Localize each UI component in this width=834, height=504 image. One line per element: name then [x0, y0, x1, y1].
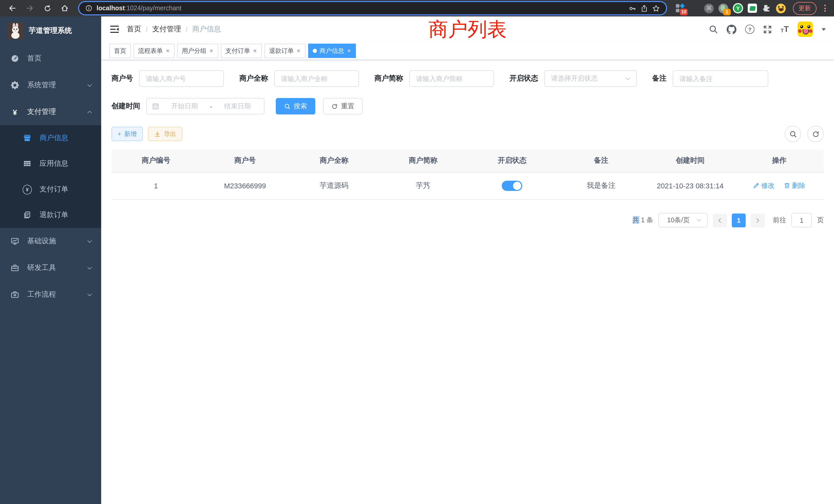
- delete-link[interactable]: 删除: [784, 181, 806, 190]
- search-icon[interactable]: [709, 25, 718, 34]
- sidebar-item-infrastructure[interactable]: 基础设施: [0, 228, 101, 255]
- field-label: 商户号: [111, 74, 133, 83]
- refresh-table-button[interactable]: [807, 126, 824, 142]
- search-button[interactable]: 搜索: [276, 98, 315, 114]
- cell-create-time: 2021-10-23 08:31:14: [646, 172, 735, 199]
- edit-link[interactable]: 修改: [753, 181, 775, 190]
- sidebar-item-home[interactable]: 首页: [0, 45, 101, 72]
- app-title: 芋道管理系统: [29, 26, 72, 36]
- address-bar[interactable]: localhost:1024/pay/merchant: [79, 2, 666, 14]
- tab-process-form[interactable]: 流程表单×: [133, 44, 175, 58]
- sidebar-item-app-info[interactable]: 应用信息: [0, 151, 101, 177]
- goto-page-input[interactable]: [791, 213, 812, 227]
- share-icon[interactable]: [640, 4, 648, 12]
- sidebar-item-label: 商户信息: [40, 134, 68, 143]
- extension-grid-icon[interactable]: 10: [675, 3, 685, 13]
- browser-update-button[interactable]: 更新: [793, 2, 816, 15]
- chevron-right-icon: [754, 217, 761, 224]
- reset-button[interactable]: 重置: [323, 98, 363, 114]
- extension-profile-icon[interactable]: 1: [719, 3, 728, 13]
- sidebar-collapse-icon[interactable]: [109, 24, 120, 35]
- filter-status: 开启状态 请选择开启状态: [509, 70, 637, 87]
- sidebar-item-merchant-info[interactable]: 商户信息: [0, 125, 101, 151]
- tab-close-icon[interactable]: ×: [347, 48, 351, 54]
- extension-badge: 10: [680, 8, 688, 15]
- app-logo-row[interactable]: 芋道管理系统: [0, 17, 101, 45]
- user-avatar[interactable]: [797, 22, 813, 37]
- sidebar-item-refund-order[interactable]: 退款订单: [0, 202, 101, 228]
- merchant-no-input[interactable]: [139, 70, 224, 87]
- table-row: 1 M233666999 芋道源码 芋艿 我是备注 2021-10-23 08:…: [111, 172, 824, 199]
- sidebar-item-label: 首页: [27, 54, 42, 63]
- extension-y-icon[interactable]: Y: [733, 3, 743, 13]
- password-key-icon[interactable]: [629, 4, 636, 12]
- avatar-caret-icon[interactable]: [822, 28, 826, 30]
- add-button[interactable]: + 新增: [111, 127, 143, 141]
- next-page-button[interactable]: [751, 213, 765, 227]
- yen-icon: ¥: [10, 108, 20, 116]
- sidebar-item-workflow[interactable]: 工作流程: [0, 281, 101, 308]
- plus-icon: +: [117, 130, 121, 138]
- fullscreen-icon[interactable]: [763, 25, 772, 33]
- prev-page-button[interactable]: [713, 213, 727, 227]
- browser-forward-button[interactable]: [23, 1, 37, 16]
- page-size-select[interactable]: 10条/页: [658, 213, 708, 227]
- create-time-range-picker[interactable]: 开始日期 - 结束日期: [146, 98, 264, 114]
- tab-payment-order[interactable]: 支付订单×: [221, 44, 262, 58]
- sidebar-item-payment-order[interactable]: ¥ 支付订单: [0, 177, 101, 202]
- bookmark-star-icon[interactable]: [652, 4, 660, 12]
- font-size-icon[interactable]: TT: [781, 25, 789, 33]
- cell-short-name: 芋艿: [378, 172, 467, 199]
- merchant-short-name-input[interactable]: [409, 70, 494, 87]
- navbar-actions: ? TT: [709, 22, 826, 37]
- extension-gem-icon[interactable]: [690, 3, 699, 13]
- breadcrumb-item[interactable]: 首页: [127, 25, 141, 34]
- refresh-icon: [812, 130, 819, 138]
- site-info-icon[interactable]: [85, 5, 92, 12]
- profile-avatar-icon[interactable]: [776, 3, 786, 13]
- pagination-total: 共 1 条: [632, 215, 653, 225]
- github-icon[interactable]: [727, 24, 737, 34]
- url-text: localhost:1024/pay/merchant: [96, 5, 624, 12]
- browser-back-button[interactable]: [5, 1, 20, 16]
- tab-home[interactable]: 首页: [109, 44, 131, 58]
- sidebar-item-system[interactable]: 系统管理: [0, 72, 101, 98]
- tab-merchant-info[interactable]: 商户信息×: [308, 44, 356, 58]
- extension-command-icon[interactable]: ⌘: [704, 3, 714, 13]
- tab-user-group[interactable]: 用户分组×: [177, 44, 218, 58]
- sidebar-item-label: 系统管理: [27, 81, 56, 90]
- extensions-puzzle-icon[interactable]: [762, 3, 771, 13]
- export-button[interactable]: 导出: [148, 127, 182, 141]
- sidebar-item-payment[interactable]: ¥ 支付管理: [0, 98, 101, 125]
- tab-close-icon[interactable]: ×: [253, 48, 257, 54]
- extension-chat-icon[interactable]: [748, 4, 757, 13]
- tab-close-icon[interactable]: ×: [166, 48, 170, 54]
- browser-menu-icon[interactable]: [821, 5, 829, 12]
- tab-close-icon[interactable]: ×: [209, 48, 214, 54]
- filter-row-1: 商户号 商户全称 商户简称 开启状态 请选择开启状态: [111, 70, 824, 87]
- help-icon[interactable]: ?: [745, 25, 754, 34]
- sidebar-item-dev-tools[interactable]: 研发工具: [0, 255, 101, 281]
- main-area: 首页 / 支付管理 / 商户信息 商户列表 ? TT: [101, 17, 834, 504]
- yen-circle-icon: ¥: [23, 184, 32, 194]
- sidebar-item-label: 支付订单: [40, 185, 68, 194]
- breadcrumb-item[interactable]: 支付管理: [152, 25, 181, 34]
- date-range-separator: -: [210, 102, 212, 110]
- tab-refund-order[interactable]: 退款订单×: [264, 44, 306, 58]
- status-toggle[interactable]: [502, 181, 522, 191]
- toggle-search-button[interactable]: [785, 126, 801, 142]
- status-select[interactable]: 请选择开启状态: [544, 70, 637, 87]
- tab-close-icon[interactable]: ×: [296, 48, 301, 54]
- browser-reload-button[interactable]: [40, 1, 54, 16]
- page-number-1[interactable]: 1: [732, 213, 746, 227]
- browser-home-button[interactable]: [58, 1, 72, 16]
- cell-merchant-id: 1: [111, 172, 200, 199]
- filter-merchant-full-name: 商户全称: [239, 70, 359, 87]
- chevron-down-icon: [86, 265, 93, 271]
- merchant-full-name-input[interactable]: [274, 70, 359, 87]
- remark-input[interactable]: [673, 70, 768, 87]
- toolbox-icon: [10, 264, 20, 272]
- shop-icon: [23, 134, 32, 142]
- table-tools: [785, 126, 824, 142]
- edit-icon: [753, 182, 760, 189]
